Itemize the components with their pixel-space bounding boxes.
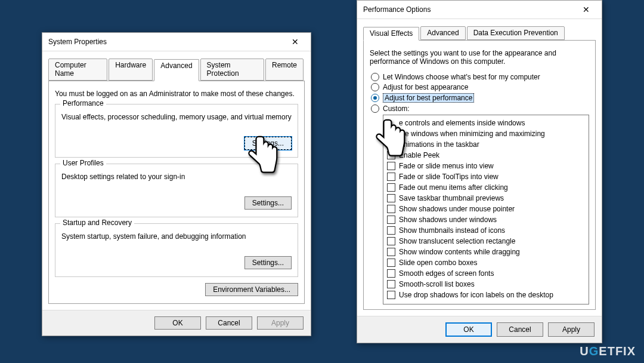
check-option[interactable]: Slide open combo boxes bbox=[387, 257, 585, 268]
apply-button[interactable]: Apply bbox=[548, 322, 595, 337]
tab-remote[interactable]: Remote bbox=[265, 59, 304, 81]
check-label: e controls and elements inside windows bbox=[399, 119, 525, 127]
tab-system-protection[interactable]: System Protection bbox=[200, 59, 264, 81]
group-title-performance: Performance bbox=[60, 99, 106, 107]
close-icon[interactable]: ✕ bbox=[574, 2, 598, 17]
tab-computer-name[interactable]: Computer Name bbox=[48, 59, 107, 81]
check-option[interactable]: Show thumbnails instead of icons bbox=[387, 225, 585, 236]
check-option[interactable]: Fade or slide ToolTips into view bbox=[387, 171, 585, 182]
checkbox-icon bbox=[387, 248, 395, 256]
check-option[interactable]: Smooth edges of screen fonts bbox=[387, 268, 585, 279]
check-option[interactable]: Show shadows under mouse pointer bbox=[387, 204, 585, 214]
check-option[interactable]: Show translucent selection rectangle bbox=[387, 236, 585, 247]
radio-label: Adjust for best performance bbox=[383, 93, 474, 103]
checkbox-icon bbox=[387, 280, 395, 288]
checkbox-icon bbox=[387, 140, 395, 149]
titlebar[interactable]: System Properties ✕ bbox=[42, 33, 311, 51]
checkbox-icon bbox=[387, 259, 395, 267]
checkbox-icon bbox=[387, 162, 395, 170]
radio-icon bbox=[371, 94, 379, 102]
checkbox-icon bbox=[387, 216, 395, 224]
cancel-button[interactable]: Cancel bbox=[206, 316, 252, 330]
checkbox-icon bbox=[387, 291, 395, 299]
ok-button[interactable]: OK bbox=[154, 316, 201, 330]
checkbox-icon bbox=[387, 173, 395, 181]
radio-label: Custom: bbox=[383, 104, 410, 113]
check-label: Fade or slide menus into view bbox=[399, 162, 494, 170]
radio-icon bbox=[371, 73, 379, 81]
radio-icon bbox=[371, 83, 379, 91]
checkbox-icon bbox=[387, 205, 395, 213]
checkbox-icon bbox=[387, 226, 395, 235]
checkbox-icon bbox=[387, 269, 395, 278]
visual-effects-instruction: Select the settings you want to use for … bbox=[370, 49, 589, 66]
apply-button[interactable]: Apply bbox=[257, 316, 304, 330]
check-option[interactable]: Show window contents while dragging bbox=[387, 247, 585, 257]
startup-desc: System startup, system failure, and debu… bbox=[61, 232, 292, 241]
check-option[interactable]: e controls and elements inside windows bbox=[387, 118, 585, 128]
check-option[interactable]: Enable Peek bbox=[387, 150, 585, 161]
radio-adjust-for-best-appearance[interactable]: Adjust for best appearance bbox=[371, 83, 589, 91]
performance-options-window: Performance Options ✕ Visual EffectsAdva… bbox=[357, 0, 602, 343]
tab-strip: Computer NameHardwareAdvancedSystem Prot… bbox=[48, 59, 305, 81]
visual-effects-list[interactable]: e controls and elements inside windowsat… bbox=[383, 115, 589, 304]
check-label: Animations in the taskbar bbox=[399, 140, 479, 149]
check-option[interactable]: Show shadows under windows bbox=[387, 214, 585, 225]
check-label: ate windows when minimizing and maximizi… bbox=[399, 130, 545, 138]
ok-button[interactable]: OK bbox=[445, 322, 492, 337]
radio-icon bbox=[371, 104, 379, 113]
tab-advanced[interactable]: Advanced bbox=[420, 26, 465, 40]
check-option[interactable]: Fade out menu items after clicking bbox=[387, 182, 585, 193]
check-label: Show window contents while dragging bbox=[399, 248, 520, 256]
checkbox-icon bbox=[387, 194, 395, 202]
watermark: UGETFIX bbox=[580, 344, 636, 358]
check-option[interactable]: Smooth-scroll list boxes bbox=[387, 279, 585, 290]
startup-recovery-group: Startup and Recovery System startup, sys… bbox=[55, 223, 298, 277]
check-option[interactable]: ate windows when minimizing and maximizi… bbox=[387, 128, 585, 139]
performance-group: Performance Visual effects, processor sc… bbox=[55, 104, 298, 158]
window-title: System Properties bbox=[48, 38, 107, 46]
check-label: Use drop shadows for icon labels on the … bbox=[399, 291, 553, 299]
startup-settings-button[interactable]: Settings... bbox=[244, 256, 292, 269]
check-option[interactable]: Fade or slide menus into view bbox=[387, 161, 585, 171]
radio-custom[interactable]: Custom: bbox=[371, 104, 589, 113]
window-title: Performance Options bbox=[363, 5, 431, 14]
check-label: Enable Peek bbox=[399, 151, 439, 159]
tab-strip: Visual EffectsAdvancedData Execution Pre… bbox=[363, 26, 596, 41]
radio-let-windows-choose-what-s-best-for-my-computer[interactable]: Let Windows choose what's best for my co… bbox=[371, 73, 589, 81]
titlebar[interactable]: Performance Options ✕ bbox=[357, 1, 602, 19]
tab-data-execution-prevention[interactable]: Data Execution Prevention bbox=[467, 26, 565, 40]
cancel-button[interactable]: Cancel bbox=[497, 322, 543, 337]
user-profiles-group: User Profiles Desktop settings related t… bbox=[55, 164, 298, 217]
profiles-settings-button[interactable]: Settings... bbox=[244, 196, 292, 210]
check-label: Show translucent selection rectangle bbox=[399, 237, 515, 245]
check-label: Slide open combo boxes bbox=[399, 259, 477, 267]
check-option[interactable]: Save taskbar thumbnail previews bbox=[387, 193, 585, 204]
group-title-startup: Startup and Recovery bbox=[60, 219, 134, 227]
tab-advanced[interactable]: Advanced bbox=[154, 59, 199, 81]
dialog-buttons: OK Cancel Apply bbox=[357, 316, 602, 343]
radio-label: Let Windows choose what's best for my co… bbox=[383, 73, 540, 81]
check-label: Fade out menu items after clicking bbox=[399, 183, 508, 192]
tab-visual-effects[interactable]: Visual Effects bbox=[363, 27, 419, 41]
performance-settings-button[interactable]: Settings... bbox=[244, 137, 292, 150]
check-label: Fade or slide ToolTips into view bbox=[399, 173, 499, 181]
performance-desc: Visual effects, processor scheduling, me… bbox=[61, 113, 292, 121]
profiles-desc: Desktop settings related to your sign-in bbox=[61, 173, 292, 181]
check-option[interactable]: Animations in the taskbar bbox=[387, 139, 585, 150]
system-properties-window: System Properties ✕ Computer NameHardwar… bbox=[42, 32, 311, 336]
check-label: Show thumbnails instead of icons bbox=[399, 226, 505, 235]
radio-label: Adjust for best appearance bbox=[383, 83, 468, 91]
checkbox-icon bbox=[387, 151, 395, 159]
check-option[interactable]: Use drop shadows for icon labels on the … bbox=[387, 290, 585, 300]
radio-adjust-for-best-performance[interactable]: Adjust for best performance bbox=[371, 93, 589, 103]
check-label: Show shadows under windows bbox=[399, 216, 497, 224]
close-icon[interactable]: ✕ bbox=[283, 35, 307, 49]
tab-hardware[interactable]: Hardware bbox=[109, 59, 153, 81]
checkbox-icon bbox=[387, 237, 395, 245]
environment-variables-button[interactable]: Environment Variables... bbox=[205, 283, 298, 296]
admin-instruction: You must be logged on as an Administrato… bbox=[55, 90, 298, 98]
check-label: Smooth-scroll list boxes bbox=[399, 280, 475, 288]
radio-group: Let Windows choose what's best for my co… bbox=[370, 73, 589, 113]
checkbox-icon bbox=[387, 183, 395, 192]
